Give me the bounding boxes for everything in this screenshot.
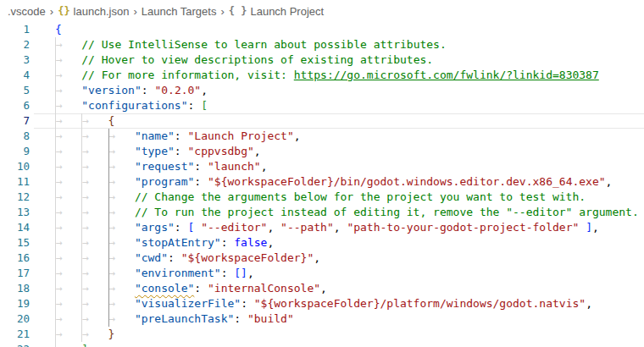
- line-number[interactable]: 14: [0, 220, 34, 235]
- code-token: {: [55, 23, 62, 36]
- line-number[interactable]: 8: [0, 129, 34, 144]
- tab-whitespace: →: [55, 37, 81, 52]
- code-token: [579, 221, 586, 234]
- line-number[interactable]: 5: [0, 83, 34, 98]
- line-content[interactable]: →// Use IntelliSense to learn about poss…: [34, 37, 644, 52]
- breadcrumb-item-launch-json[interactable]: {}launch.json: [58, 5, 129, 18]
- code-token: "stopAtEntry": [135, 236, 221, 249]
- line-number[interactable]: 3: [0, 52, 34, 68]
- code-token: :: [142, 84, 155, 96]
- line-number[interactable]: 15: [0, 235, 34, 251]
- code-line: 15→→→"stopAtEntry": false,: [0, 235, 644, 251]
- line-content[interactable]: →"configurations": [: [34, 98, 644, 113]
- line-content[interactable]: →]: [34, 342, 644, 347]
- code-line: 1{: [0, 22, 644, 37]
- line-number[interactable]: 21: [0, 327, 34, 342]
- line-content[interactable]: →→→"cwd": "${workspaceFolder}",: [34, 251, 644, 266]
- tab-whitespace: →: [108, 205, 135, 220]
- code-token: {: [108, 114, 115, 127]
- line-content[interactable]: →→→"program": "${workspaceFolder}/bin/go…: [34, 174, 644, 190]
- tab-whitespace: →: [108, 281, 135, 296]
- line-content[interactable]: →→→"args": [ "--editor", "--path", "path…: [34, 220, 644, 235]
- line-number[interactable]: 11: [0, 174, 34, 190]
- tab-whitespace: →: [108, 235, 135, 251]
- code-token: "path-to-your-godot-project-folder": [347, 221, 579, 234]
- code-token: "--path": [280, 221, 334, 234]
- tab-whitespace: →: [81, 174, 108, 190]
- line-number[interactable]: 12: [0, 190, 34, 205]
- code-token: "preLaunchTask": [135, 312, 234, 325]
- line-content[interactable]: →→→"preLaunchTask": "build": [34, 311, 644, 327]
- line-content[interactable]: →→→"console": "internalConsole",: [34, 281, 644, 296]
- code-token: ,: [261, 160, 268, 173]
- line-content[interactable]: →→→// To run the project instead of edit…: [34, 205, 644, 220]
- code-token: ,: [247, 267, 254, 279]
- tab-whitespace: →: [81, 266, 108, 281]
- line-number[interactable]: 22: [0, 342, 34, 347]
- line-number[interactable]: 4: [0, 68, 34, 83]
- line-content[interactable]: →→→// Change the arguments below for the…: [34, 190, 644, 205]
- line-content[interactable]: {: [34, 22, 644, 37]
- line-content[interactable]: →→→"name": "Launch Project",: [34, 129, 644, 144]
- code-line: 5→"version": "0.2.0",: [0, 83, 644, 98]
- code-token: "visualizerFile": [135, 297, 241, 310]
- line-content[interactable]: →→}: [34, 327, 644, 342]
- code-line: 2→// Use IntelliSense to learn about pos…: [0, 37, 644, 52]
- line-content[interactable]: →→→"type": "cppvsdbg",: [34, 144, 644, 159]
- code-line: 18→→→"console": "internalConsole",: [0, 281, 644, 296]
- tab-whitespace: →: [55, 52, 81, 68]
- code-token: "version": [81, 84, 141, 96]
- line-content[interactable]: →→→"stopAtEntry": false,: [34, 235, 644, 251]
- code-token: :: [194, 160, 208, 173]
- line-number[interactable]: 7: [0, 113, 34, 129]
- code-token: :: [194, 282, 208, 295]
- tab-whitespace: →: [55, 174, 81, 190]
- line-content[interactable]: →→→"request": "launch",: [34, 159, 644, 174]
- tab-whitespace: →: [81, 235, 108, 251]
- code-editor[interactable]: 1{2→// Use IntelliSense to learn about p…: [0, 22, 644, 347]
- tab-whitespace: →: [55, 113, 81, 129]
- tab-whitespace: →: [55, 144, 81, 159]
- code-token: "0.2.0": [154, 84, 201, 96]
- line-number[interactable]: 16: [0, 251, 34, 266]
- tab-whitespace: →: [108, 220, 135, 235]
- code-token: "type": [135, 145, 175, 157]
- tab-whitespace: →: [108, 144, 135, 159]
- tab-whitespace: →: [55, 251, 81, 266]
- line-content[interactable]: →"version": "0.2.0",: [34, 83, 644, 98]
- line-number[interactable]: 18: [0, 281, 34, 296]
- line-content[interactable]: →→→"environment": [],: [34, 266, 644, 281]
- code-token: ,: [267, 221, 280, 234]
- tab-whitespace: →: [108, 296, 135, 311]
- line-number[interactable]: 19: [0, 296, 34, 311]
- line-content[interactable]: →// For more information, visit: https:/…: [34, 68, 644, 83]
- line-content[interactable]: →→→"visualizerFile": "${workspaceFolder}…: [34, 296, 644, 311]
- line-number[interactable]: 17: [0, 266, 34, 281]
- tab-whitespace: →: [108, 266, 135, 281]
- line-number[interactable]: 10: [0, 159, 34, 174]
- code-token: // To run the project instead of editing…: [135, 206, 639, 218]
- line-number[interactable]: 2: [0, 37, 34, 52]
- tab-whitespace: →: [55, 266, 81, 281]
- code-token: "${workspaceFolder}/platform/windows/god…: [254, 297, 586, 310]
- code-token: ,: [320, 282, 327, 295]
- breadcrumb-item--vscode[interactable]: .vscode: [8, 5, 46, 18]
- line-number[interactable]: 1: [0, 22, 34, 37]
- tab-whitespace: →: [55, 311, 81, 327]
- breadcrumb-item-launch-project[interactable]: { }Launch Project: [229, 5, 324, 18]
- code-token: []: [234, 267, 247, 279]
- tab-whitespace: →: [108, 159, 135, 174]
- code-token: ,: [314, 251, 320, 264]
- line-number[interactable]: 13: [0, 205, 34, 220]
- line-number[interactable]: 9: [0, 144, 34, 159]
- code-token: "args": [135, 221, 175, 234]
- tab-whitespace: →: [55, 205, 81, 220]
- line-number[interactable]: 6: [0, 98, 34, 113]
- line-content[interactable]: →// Hover to view descriptions of existi…: [34, 52, 644, 68]
- code-token: "Launch Project": [188, 129, 294, 142]
- breadcrumb-item-launch-targets[interactable]: Launch Targets: [142, 5, 217, 18]
- line-number[interactable]: 20: [0, 311, 34, 327]
- code-line: 11→→→"program": "${workspaceFolder}/bin/…: [0, 174, 644, 190]
- line-content[interactable]: →→{: [34, 113, 644, 129]
- code-token: ,: [201, 84, 208, 96]
